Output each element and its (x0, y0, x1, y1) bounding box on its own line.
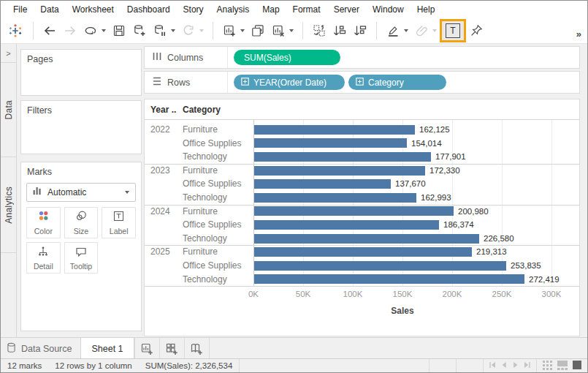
sort-descending-button[interactable] (350, 20, 370, 41)
pages-shelf[interactable]: Pages (20, 49, 142, 96)
menu-data[interactable]: Data (34, 1, 65, 18)
row-category-label[interactable]: Furniture (183, 245, 218, 259)
paperclip-button[interactable] (411, 20, 432, 41)
detail-button[interactable]: Detail (26, 242, 61, 274)
highlight-button[interactable] (383, 20, 403, 41)
row-year-label[interactable]: 2023 (150, 164, 170, 178)
rows-bottom-border (145, 286, 579, 287)
pill-year-order-date[interactable]: YEAR(Order Date) (234, 75, 345, 90)
collapse-pane-button[interactable]: > (1, 44, 16, 63)
tab-data-source[interactable]: Data Source (1, 338, 80, 360)
row-category-label[interactable]: Office Supplies (183, 137, 242, 151)
pill-category[interactable]: Category (348, 75, 446, 90)
filters-shelf[interactable]: Filters (20, 100, 142, 154)
filmstrip-icon[interactable] (557, 361, 568, 372)
row-category-label[interactable]: Technology (183, 191, 227, 205)
row-category-label[interactable]: Technology (183, 232, 227, 246)
toolbar-separator (213, 22, 213, 39)
duplicate-sheet-button[interactable] (248, 20, 268, 41)
axis-title[interactable]: Sales (381, 306, 424, 316)
rows-shelf[interactable]: Rows YEAR(Order Date) Category (144, 71, 580, 94)
show-mark-labels-button[interactable]: T (440, 19, 466, 42)
tab-data[interactable]: Data (1, 63, 16, 157)
row-category-label[interactable]: Office Supplies (183, 259, 242, 273)
color-button[interactable]: Color (26, 207, 61, 238)
pill-sum-sales[interactable]: SUM(Sales) (234, 50, 340, 65)
bar-mark[interactable] (254, 234, 479, 244)
row-category-label[interactable]: Office Supplies (183, 177, 242, 191)
row-year-label[interactable]: 2024 (150, 205, 170, 219)
row-category-label[interactable]: Technology (183, 150, 227, 164)
menu-map[interactable]: Map (256, 1, 286, 18)
row-category-label[interactable]: Furniture (183, 205, 218, 219)
expand-plus-icon[interactable] (356, 78, 364, 88)
show-tabs-icon[interactable] (573, 361, 581, 371)
header-category[interactable]: Category (183, 105, 221, 115)
header-year[interactable]: Year .. (150, 105, 176, 115)
bar-mark[interactable] (254, 166, 425, 176)
tab-analytics[interactable]: Analytics (1, 157, 16, 253)
menu-format[interactable]: Format (286, 1, 327, 18)
next-page-icon[interactable] (511, 361, 520, 371)
fix-axes-button[interactable] (466, 20, 486, 41)
bar-mark[interactable] (254, 152, 431, 162)
mark-type-dropdown[interactable]: Automatic (26, 183, 136, 202)
menu-window[interactable]: Window (366, 1, 411, 18)
bar-mark[interactable] (254, 206, 454, 216)
sheet-tab-sheet-1[interactable]: Sheet 1 (80, 338, 134, 360)
replay-button[interactable] (80, 20, 101, 41)
bar-mark[interactable] (254, 179, 391, 189)
menu-file[interactable]: File (7, 1, 34, 18)
undo-button[interactable] (39, 20, 60, 41)
bar-mark[interactable] (254, 261, 506, 271)
menu-dashboard[interactable]: Dashboard (121, 1, 177, 18)
paperclip-dropdown-caret[interactable] (432, 29, 437, 32)
sheet-sorter-icon[interactable] (543, 361, 552, 372)
tooltip-button[interactable]: Tooltip (64, 242, 99, 274)
new-dashboard-tab-button[interactable] (160, 338, 185, 360)
bar-mark[interactable] (254, 220, 439, 230)
size-button[interactable]: Size (64, 207, 99, 238)
row-category-label[interactable]: Office Supplies (183, 218, 242, 232)
row-category-label[interactable]: Technology (183, 273, 227, 287)
clear-sheet-dropdown-caret[interactable] (289, 29, 294, 32)
toolbar-more-button[interactable]: » (576, 29, 581, 39)
new-worksheet-dropdown-caret[interactable] (240, 29, 245, 32)
sort-ascending-button[interactable] (329, 20, 350, 41)
bar-mark[interactable] (254, 138, 407, 148)
first-page-icon[interactable] (488, 361, 497, 371)
bar-mark[interactable] (254, 125, 415, 135)
new-worksheet-button[interactable] (219, 20, 240, 41)
expand-plus-icon[interactable] (241, 78, 249, 88)
bar-mark[interactable] (254, 274, 524, 284)
run-auto-updates-dropdown-caret[interactable] (199, 29, 204, 32)
new-worksheet-tab-button[interactable] (134, 338, 160, 360)
menu-analysis[interactable]: Analysis (210, 1, 256, 18)
clear-sheet-button[interactable] (268, 20, 289, 41)
pause-auto-updates-dropdown-caret[interactable] (171, 29, 175, 32)
menu-worksheet[interactable]: Worksheet (66, 1, 121, 18)
menu-story[interactable]: Story (177, 1, 210, 18)
tick-label: 0K (237, 290, 270, 298)
replay-dropdown-caret[interactable] (102, 29, 106, 32)
columns-shelf[interactable]: Columns SUM(Sales) (144, 46, 580, 69)
previous-page-icon[interactable] (500, 361, 508, 371)
save-button[interactable] (109, 20, 129, 41)
redo-button[interactable] (60, 20, 80, 41)
menu-help[interactable]: Help (411, 1, 442, 18)
swap-rows-columns-button[interactable] (309, 20, 329, 41)
new-data-source-button[interactable] (129, 20, 150, 41)
row-year-label[interactable]: 2022 (150, 123, 170, 137)
label-button[interactable]: Label (102, 207, 136, 238)
row-category-label[interactable]: Furniture (183, 123, 218, 137)
menu-server[interactable]: Server (327, 1, 366, 18)
highlight-dropdown-caret[interactable] (404, 29, 408, 32)
row-category-label[interactable]: Furniture (183, 164, 218, 178)
pause-auto-updates-button[interactable] (150, 20, 170, 41)
new-story-tab-button[interactable] (185, 338, 210, 360)
run-auto-updates-button[interactable] (178, 20, 199, 41)
bar-mark[interactable] (254, 247, 472, 257)
last-page-icon[interactable] (523, 361, 532, 371)
bar-mark[interactable] (254, 193, 416, 203)
row-year-label[interactable]: 2025 (150, 245, 170, 259)
